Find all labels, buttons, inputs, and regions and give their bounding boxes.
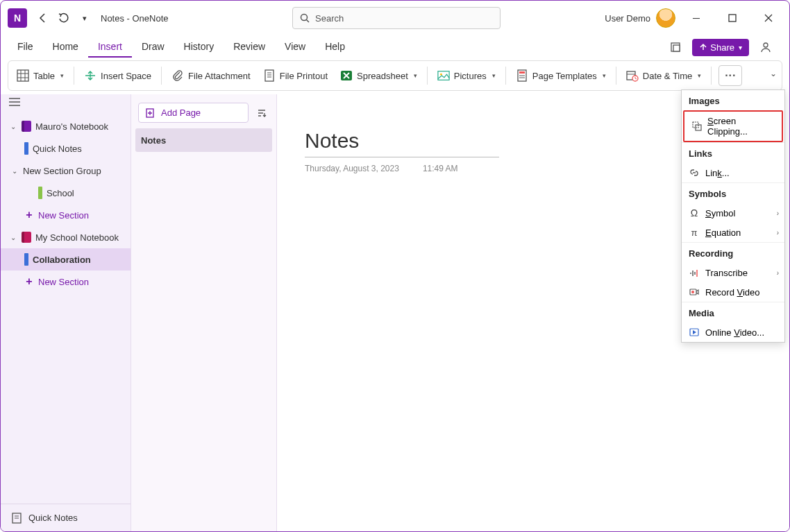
menu-item-label: Link... <box>705 168 730 178</box>
nb-item[interactable]: +New Section <box>1 271 131 293</box>
menu-item-transcribe[interactable]: Transcribe› <box>682 263 784 282</box>
menu-item-symbol[interactable]: ΩSymbol› <box>682 203 784 223</box>
section-tab-icon <box>24 253 28 266</box>
ribbon-attachment[interactable]: File Attachment <box>166 65 256 86</box>
ribbon-label: Insert Space <box>101 71 151 81</box>
nb-item[interactable]: ⌄Mauro's Notebook <box>1 115 131 137</box>
share-label: Share <box>710 42 734 53</box>
sort-pages-button[interactable] <box>254 105 269 121</box>
ribbon-collapse-button[interactable]: ⌄ <box>770 69 777 78</box>
add-page-icon <box>146 108 156 118</box>
ribbon-spreadsheet[interactable]: Spreadsheet▾ <box>335 65 423 86</box>
ribbon-insert-space[interactable]: Insert Space <box>78 65 157 86</box>
menu-item-screen-clipping[interactable]: Screen Clipping... <box>683 110 783 142</box>
svg-rect-8 <box>17 70 28 81</box>
minimize-button[interactable]: ─ <box>681 8 712 28</box>
menu-item-record-video[interactable]: Record Video <box>682 282 784 302</box>
notebook-label: Mauro's Notebook <box>35 121 108 132</box>
nb-item[interactable]: ⌄New Section Group <box>1 160 131 182</box>
templates-icon <box>516 69 528 82</box>
clip-icon <box>691 121 702 132</box>
ribbon-pictures[interactable]: Pictures▾ <box>432 65 501 86</box>
new-section-label: New Section <box>38 277 89 287</box>
page-item[interactable]: Notes <box>135 128 272 152</box>
table-icon <box>17 69 29 82</box>
search-box[interactable]: Search <box>292 7 501 29</box>
nb-item[interactable]: ⌄My School Notebook <box>1 226 131 248</box>
tab-file[interactable]: File <box>8 37 43 58</box>
ribbon-overflow-button[interactable]: ··· <box>718 65 742 86</box>
dropdown-header: Images <box>682 90 784 110</box>
nb-item[interactable]: Quick Notes <box>1 137 131 160</box>
ribbon-templates[interactable]: Page Templates▾ <box>510 65 612 86</box>
section-label: School <box>47 188 74 198</box>
omega-icon: Ω <box>689 207 700 218</box>
maximize-button[interactable] <box>717 8 748 28</box>
undo-button[interactable] <box>53 8 74 28</box>
ribbon-label: Page Templates <box>532 71 597 81</box>
titlebar: N ▾ Notes - OneNote Search User Demo ─ <box>1 1 789 35</box>
tab-review[interactable]: Review <box>224 37 275 58</box>
ribbon-table[interactable]: Table▾ <box>11 65 69 86</box>
tab-history[interactable]: History <box>174 37 224 58</box>
dropdown-header: Symbols <box>682 182 784 203</box>
window-title: Notes - OneNote <box>101 13 169 24</box>
menu-item-label: Screen Clipping... <box>707 116 775 137</box>
nb-item[interactable]: Collaboration <box>1 248 131 271</box>
svg-rect-22 <box>519 71 525 74</box>
ribbon-label: File Attachment <box>188 71 251 81</box>
svg-point-51 <box>691 291 694 293</box>
svg-point-7 <box>764 43 768 47</box>
group-label: New Section Group <box>23 166 101 176</box>
menu-item-online-video[interactable]: Online Video... <box>682 323 784 342</box>
svg-line-1 <box>307 20 310 23</box>
add-page-label: Add Page <box>161 108 201 118</box>
menu-item-equation[interactable]: πEquation› <box>682 223 784 242</box>
ribbon-separator <box>161 67 162 85</box>
menu-item-label: Record Video <box>705 287 760 298</box>
svg-point-20 <box>440 74 442 76</box>
nav-toggle-button[interactable] <box>1 94 131 110</box>
search-placeholder: Search <box>315 13 344 24</box>
avatar[interactable] <box>656 8 675 28</box>
qat-customize-button[interactable]: ▾ <box>74 8 95 28</box>
add-page-button[interactable]: Add Page <box>138 103 249 123</box>
pi-icon: π <box>689 227 700 238</box>
quick-notes-footer[interactable]: Quick Notes <box>1 504 131 531</box>
nb-item[interactable]: +New Section <box>1 204 131 226</box>
transcribe-icon <box>689 267 700 278</box>
pictures-icon <box>437 69 450 82</box>
tab-insert[interactable]: Insert <box>88 37 132 58</box>
share-button[interactable]: Share ▾ <box>692 39 749 56</box>
tab-view[interactable]: View <box>275 37 315 58</box>
tab-draw[interactable]: Draw <box>132 37 174 58</box>
close-button[interactable] <box>753 8 784 28</box>
menu-item-link[interactable]: Link... <box>682 163 784 182</box>
back-button[interactable] <box>33 8 53 28</box>
account-icon[interactable] <box>756 37 775 57</box>
chevron-down-icon: ⌄ <box>10 234 17 241</box>
ribbon-label: Pictures <box>454 71 487 81</box>
nb-item[interactable]: School <box>1 182 131 204</box>
note-title[interactable]: Notes <box>305 129 499 157</box>
fullscreen-icon[interactable] <box>666 37 685 57</box>
section-tab-icon <box>38 187 42 199</box>
tab-help[interactable]: Help <box>315 37 355 58</box>
user-name[interactable]: User Demo <box>605 13 650 24</box>
insert-space-icon <box>84 69 96 82</box>
tab-home[interactable]: Home <box>43 37 88 58</box>
chevron-down-icon: ▾ <box>698 72 701 79</box>
chevron-down-icon: ⌄ <box>10 123 17 130</box>
ribbon-datetime[interactable]: Date & Time▾ <box>621 65 707 86</box>
section-label: Quick Notes <box>33 144 82 154</box>
chevron-down-icon: ▾ <box>414 72 417 79</box>
menu-item-label: Transcribe <box>705 268 748 278</box>
dropdown-header: Recording <box>682 242 784 263</box>
app-icon: N <box>8 8 27 28</box>
ribbon-separator <box>74 67 74 85</box>
chevron-down-icon: ⌄ <box>12 167 19 175</box>
ribbon-separator <box>711 67 712 85</box>
onlinevideo-icon <box>689 327 700 338</box>
ribbon-printout[interactable]: File Printout <box>258 65 333 86</box>
menu-item-label: Symbol <box>705 208 735 218</box>
